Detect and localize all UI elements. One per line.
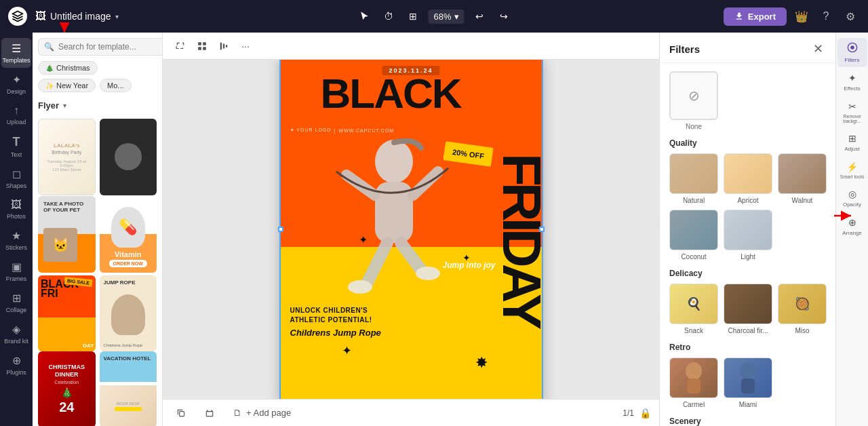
- crown-icon-btn[interactable]: 👑: [792, 7, 811, 26]
- copy-pages-btn[interactable]: [171, 406, 191, 421]
- template-card[interactable]: [100, 119, 157, 195]
- undo-btn[interactable]: ↩: [470, 7, 489, 26]
- document-icon: 🖼: [35, 10, 46, 22]
- svg-rect-1: [203, 42, 206, 45]
- right-sidebar-item-arrange[interactable]: ⊕ Arrange: [837, 213, 867, 240]
- sidebar-item-text[interactable]: T Text: [1, 131, 31, 162]
- templates-grid: LALALA'sBirthday Party Tuesday August 15…: [33, 116, 162, 426]
- filter-apricot[interactable]: Apricot: [724, 153, 772, 204]
- retro-section-title: Retro: [669, 343, 826, 352]
- search-input[interactable]: [58, 42, 160, 52]
- filter-coconut[interactable]: Coconut: [669, 210, 718, 260]
- template-card[interactable]: BLACKFRI DAY BIG SALE: [38, 275, 96, 352]
- christmas-icon: 🎄: [45, 64, 54, 72]
- right-sidebar-item-opacity[interactable]: ◎ Opacity: [837, 185, 867, 212]
- filter-charcoal-thumb: [724, 284, 772, 324]
- sidebar-item-upload[interactable]: ↑ Upload: [1, 100, 31, 130]
- filter-coconut-thumb: [669, 210, 718, 250]
- quality-filter-grid: Natural Apricot Walnut Coconut Light: [669, 153, 826, 260]
- template-card[interactable]: LALALA'sBirthday Party Tuesday August 15…: [38, 119, 96, 195]
- lock-btn[interactable]: 🔒: [639, 408, 651, 419]
- sidebar-item-photos[interactable]: 🖼 Photos: [1, 195, 31, 224]
- sidebar-item-brand[interactable]: ◈ Brand kit: [1, 319, 31, 349]
- zoom-control[interactable]: 68% ▾: [428, 9, 464, 24]
- right-sidebar-item-adjust[interactable]: ⊞ Adjust: [837, 129, 867, 156]
- category-chevron-icon: ▾: [63, 102, 66, 109]
- right-sidebar-item-remove-bg[interactable]: ✂ Remove backgr...: [837, 97, 867, 128]
- sidebar-item-frames[interactable]: ▣ Frames: [1, 256, 31, 286]
- resize-btn[interactable]: [171, 37, 190, 56]
- filter-snack[interactable]: 🍳 Snack: [669, 284, 718, 334]
- bottom-bar-right: 1/1 🔒: [623, 408, 651, 419]
- filter-none[interactable]: ⊘ None: [669, 71, 718, 130]
- template-card[interactable]: JUMP ROPE Childrens Jump Rope: [100, 275, 157, 352]
- filter-miami-thumb: [724, 357, 772, 398]
- svg-point-19: [850, 45, 854, 49]
- effects-icon: ✦: [848, 73, 856, 83]
- layout-tool-btn[interactable]: ⊞: [403, 7, 422, 26]
- settings-icon-btn[interactable]: ⚙: [841, 7, 860, 26]
- poster-star-3: ✦: [342, 343, 352, 358]
- category-label: Flyer: [38, 100, 59, 111]
- logo[interactable]: [8, 7, 27, 26]
- svg-rect-17: [741, 379, 755, 393]
- canvas-element-toolbar: ···: [163, 33, 659, 60]
- filters-panel: Filters ✕ ⊘ None Quality Natural Apri: [659, 33, 835, 426]
- upload-icon: ↑: [14, 104, 19, 117]
- sidebar-item-stickers[interactable]: ★ Stickers: [1, 225, 31, 255]
- tag-newyear[interactable]: ✨ New Year: [38, 79, 96, 92]
- poster-bottom-text: UNLOCK CHILDREN'SATHLETIC POTENTIAL! Chi…: [290, 306, 496, 338]
- poster-canvas[interactable]: 2023.11.24 BLACK FRIDAY ✦ YOUR LOGO|WWW.…: [281, 60, 542, 399]
- zoom-value: 68%: [433, 12, 451, 22]
- left-sidebar: ☰ Templates ✦ Design ↑ Upload T Text ◻ S…: [0, 33, 33, 426]
- right-sidebar-item-effects[interactable]: ✦ Effects: [837, 69, 867, 96]
- poster-star-1: ✦: [359, 233, 368, 246]
- svg-line-8: [367, 243, 387, 284]
- opacity-icon: ◎: [848, 189, 856, 199]
- sidebar-item-plugins[interactable]: ⊕ Plugins: [1, 350, 31, 380]
- arrange-icon: ⊕: [848, 217, 856, 228]
- plugins-icon: ⊕: [12, 354, 21, 367]
- template-card[interactable]: 💊 Vitamin ORDER NOW: [100, 196, 157, 273]
- right-sidebar-item-filters[interactable]: Filters: [837, 38, 867, 67]
- search-box[interactable]: 🔍: [38, 38, 163, 56]
- add-page-btn[interactable]: 🗋 + Add page: [228, 405, 296, 421]
- group-btn[interactable]: [193, 37, 212, 56]
- filter-walnut[interactable]: Walnut: [778, 153, 827, 204]
- filter-charcoal[interactable]: Charcoal fir...: [724, 284, 772, 334]
- export-button[interactable]: Export: [724, 7, 787, 26]
- timer-tool-btn[interactable]: ⏱: [379, 7, 398, 26]
- canvas-viewport[interactable]: 2023.11.24 BLACK FRIDAY ✦ YOUR LOGO|WWW.…: [163, 60, 659, 399]
- help-icon-btn[interactable]: ?: [816, 7, 835, 26]
- template-card[interactable]: TAKE A PHOTOOF YOUR PET 🐱: [38, 196, 96, 273]
- svg-line-9: [401, 243, 421, 270]
- design-icon: ✦: [12, 73, 21, 86]
- filter-miso[interactable]: 🥘 Miso: [778, 284, 827, 334]
- shapes-icon: ◻: [12, 168, 21, 180]
- filter-none-label: None: [686, 123, 702, 130]
- tag-christmas[interactable]: 🎄 Christmas: [38, 61, 98, 75]
- svg-point-4: [375, 140, 413, 183]
- sidebar-item-design[interactable]: ✦ Design: [1, 69, 31, 99]
- filter-light[interactable]: Light: [724, 210, 772, 260]
- redo-btn[interactable]: ↪: [494, 7, 513, 26]
- filter-miami[interactable]: Miami: [724, 357, 772, 408]
- sidebar-item-templates[interactable]: ☰ Templates: [1, 38, 31, 68]
- cursor-tool-btn[interactable]: [355, 7, 374, 26]
- filters-close-btn[interactable]: ✕: [810, 41, 826, 57]
- filter-carmel[interactable]: Carmel: [669, 357, 718, 408]
- more-btn[interactable]: ···: [236, 37, 255, 56]
- paste-pages-btn[interactable]: [199, 406, 220, 421]
- filter-natural[interactable]: Natural: [669, 153, 718, 204]
- tag-more[interactable]: Mo...: [100, 79, 131, 92]
- newyear-icon: ✨: [45, 82, 54, 90]
- template-card[interactable]: VACATION HOTEL BOOK NOW: [100, 351, 157, 426]
- sidebar-item-shapes[interactable]: ◻ Shapes: [1, 163, 31, 193]
- sidebar-item-collage[interactable]: ⊞ Collage: [1, 288, 31, 317]
- photos-icon: 🖼: [11, 199, 22, 211]
- align-btn[interactable]: [214, 37, 233, 56]
- template-card[interactable]: CHRISTMASDINNER Celebration 🎄 24: [38, 351, 96, 426]
- svg-point-10: [348, 280, 372, 294]
- category-row[interactable]: Flyer ▾: [33, 98, 162, 116]
- right-sidebar-item-smart-tools[interactable]: ⚡ Smart tools: [837, 157, 867, 183]
